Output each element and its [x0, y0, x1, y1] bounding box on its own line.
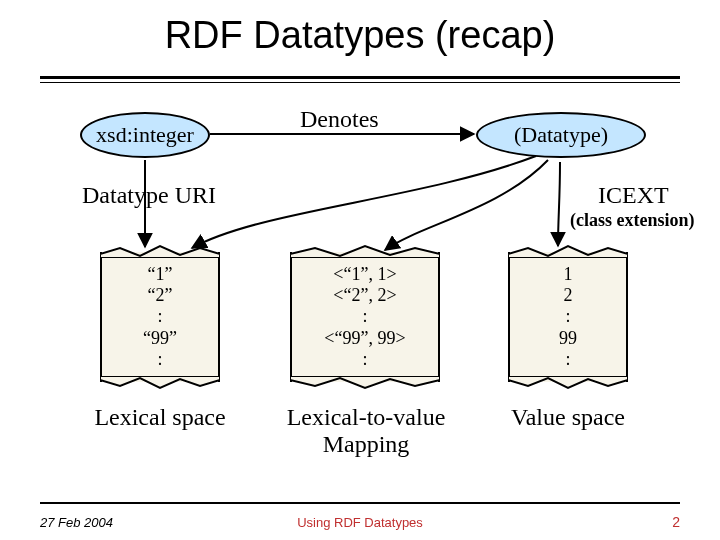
box-value: 1 2 : 99 : — [508, 252, 628, 382]
lex-l4: “99” — [143, 328, 177, 349]
footer-center: Using RDF Datatypes — [0, 515, 720, 530]
box-value-lines: 1 2 : 99 : — [510, 264, 626, 370]
slide: RDF Datatypes (recap) xsd:integer (Datat… — [0, 0, 720, 540]
node-datatype-label: (Datatype) — [514, 122, 608, 148]
lex-l1: “1” — [148, 264, 173, 285]
edge-denotes-label: Denotes — [300, 106, 379, 133]
caption-ltv-mapping-line1: Lexical-to-value — [266, 404, 466, 431]
lex-l2: “2” — [148, 285, 173, 306]
caption-lexical-space: Lexical space — [80, 404, 240, 431]
node-datatype: (Datatype) — [476, 112, 646, 158]
edge-icext-label: ICEXT — [598, 182, 669, 209]
title-rule-thick — [40, 76, 680, 79]
lex-l5: : — [157, 349, 162, 370]
box-mapping-lines: <“1”, 1> <“2”, 2> : <“99”, 99> : — [292, 264, 438, 370]
map-l4: <“99”, 99> — [324, 328, 405, 349]
val-l3: : — [565, 306, 570, 327]
map-l3: : — [362, 306, 367, 327]
edge-datatype-uri-label: Datatype URI — [82, 182, 216, 209]
box-lexical: “1” “2” : “99” : — [100, 252, 220, 382]
val-l1: 1 — [564, 264, 573, 285]
val-l4: 99 — [559, 328, 577, 349]
footer-page: 2 — [672, 514, 680, 530]
title-rule-thin — [40, 82, 680, 83]
slide-title: RDF Datatypes (recap) — [0, 14, 720, 57]
map-l5: : — [362, 349, 367, 370]
lex-l3: : — [157, 306, 162, 327]
caption-ltv-mapping-line2: Mapping — [266, 431, 466, 458]
map-l2: <“2”, 2> — [333, 285, 396, 306]
edge-icext-note: (class extension) — [570, 210, 695, 231]
val-l5: : — [565, 349, 570, 370]
node-xsd-integer-label: xsd:integer — [96, 122, 194, 148]
caption-value-space: Value space — [488, 404, 648, 431]
box-mapping: <“1”, 1> <“2”, 2> : <“99”, 99> : — [290, 252, 440, 382]
footer-rule — [40, 502, 680, 504]
box-lexical-lines: “1” “2” : “99” : — [102, 264, 218, 370]
caption-ltv-mapping: Lexical-to-value Mapping — [266, 404, 466, 458]
node-xsd-integer: xsd:integer — [80, 112, 210, 158]
map-l1: <“1”, 1> — [333, 264, 396, 285]
val-l2: 2 — [564, 285, 573, 306]
